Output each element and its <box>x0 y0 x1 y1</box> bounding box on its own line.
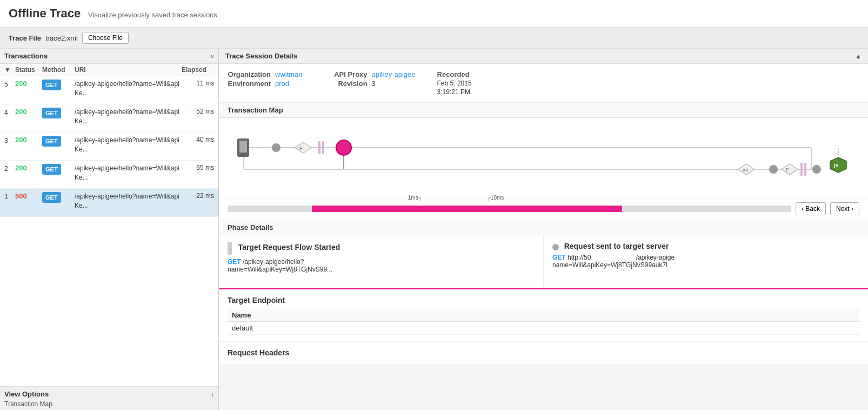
choose-file-button[interactable]: Choose File <box>82 32 129 44</box>
phase-card-2: Request sent to target server GET http:/… <box>544 235 868 288</box>
svg-text:AX: AX <box>743 168 749 173</box>
env-label: Environment <box>228 80 271 88</box>
svg-text:js: js <box>833 162 839 168</box>
view-options-collapse-button[interactable]: ↓ <box>211 390 214 398</box>
status-badge: 500 <box>15 192 42 200</box>
row-number: 5 <box>4 80 15 88</box>
transaction-map-canvas: F AX F <box>219 118 868 199</box>
phase-details-header: Phase Details <box>219 220 868 235</box>
status-badge: 200 <box>15 164 42 172</box>
timeline-container: 1ms┐ ┌10ms ‹ Back Next › <box>219 199 868 220</box>
timeline-active-segment <box>312 206 622 212</box>
uri-text: /apikey-apigee/hello?name=Will&apiKe... <box>75 136 182 154</box>
timeline-bar: 1ms┐ ┌10ms <box>228 202 791 215</box>
target-endpoint-section: Target Endpoint Name default <box>219 289 868 342</box>
rev-label: Revision <box>324 80 368 88</box>
flow-bar-1 <box>318 141 321 154</box>
status-badge: 200 <box>15 108 42 116</box>
endpoint-row: default <box>228 322 859 335</box>
flow-filter-1 <box>295 142 311 153</box>
flow-selected-node[interactable] <box>336 140 351 155</box>
phase-server-dot <box>552 244 559 250</box>
trace-session-label: Trace Session Details <box>225 52 298 60</box>
flow-filter-2 <box>782 164 798 175</box>
svg-rect-7 <box>322 141 324 154</box>
flow-dot-1 <box>272 143 281 152</box>
proxy-rev-group: API Proxy apikey-apigee Revision 3 <box>324 70 416 96</box>
table-row[interactable]: 2 200 GET /apikey-apigee/hello?name=Will… <box>0 161 218 189</box>
endpoint-table: Name default <box>228 309 859 335</box>
env-value: prod <box>275 80 289 88</box>
method-badge: GET <box>42 80 75 90</box>
session-collapse-button[interactable]: ▲ <box>855 52 862 60</box>
flow-dot-2 <box>769 165 778 174</box>
table-row[interactable]: 4 200 GET /apikey-apigee/hello?name=Will… <box>0 104 218 133</box>
svg-text:F: F <box>786 167 789 173</box>
svg-rect-11 <box>804 163 806 176</box>
org-env-group: Organization wwitman Environment prod <box>228 70 303 96</box>
status-badge: 200 <box>15 136 42 144</box>
timeline-label-10ms: ┌10ms <box>487 195 504 201</box>
elapsed-text: 11 ms <box>182 80 214 87</box>
recorded-date: Feb 5, 2015 <box>437 80 472 87</box>
row-number: 2 <box>4 164 15 173</box>
svg-rect-4 <box>239 141 247 153</box>
right-scroll-area: Phase Details Target Request Flow Starte… <box>219 220 868 410</box>
org-row: Organization wwitman <box>228 70 303 78</box>
uri-text: /apikey-apigee/hello?name=Will&apiKe... <box>75 164 182 182</box>
uri-text: /apikey-apigee/hello?name=Will&apiKe... <box>75 192 182 210</box>
method-badge: GET <box>42 136 75 147</box>
method-badge: GET <box>42 108 75 118</box>
phase-card-2-title: Request sent to target server <box>564 242 669 250</box>
recorded-time: 3:19:21 PM <box>437 88 472 96</box>
transaction-list: 5 200 GET /apikey-apigee/hello?name=Will… <box>0 76 218 386</box>
page-header: Offline Trace Visualize previously saved… <box>0 0 868 28</box>
transactions-collapse-button[interactable]: « <box>210 52 214 60</box>
row-number: 4 <box>4 108 15 116</box>
phase-card-1-url: GET /apikey-apigee/hello? name=Will&apiK… <box>228 258 535 273</box>
target-endpoint-header: Target Endpoint <box>228 296 859 305</box>
table-row[interactable]: 5 200 GET /apikey-apigee/hello?name=Will… <box>0 76 218 104</box>
col-sort-icon: ▼ <box>4 66 15 74</box>
page-title: Offline Trace <box>9 6 81 20</box>
col-method: Method <box>42 66 75 74</box>
phase-card-2-method: GET <box>552 254 566 261</box>
phase-card-1-params: name=Will&apiKey=Wj8TGjNvS99... <box>228 266 332 273</box>
left-panel: Transactions « ▼ Status Method URI Elaps… <box>0 49 219 410</box>
flow-dot-3 <box>812 165 821 174</box>
method-badge: GET <box>42 192 75 203</box>
trace-filename: trace2.xml <box>45 34 78 42</box>
endpoint-name-value <box>717 322 859 335</box>
org-value: wwitman <box>275 70 303 78</box>
col-status: Status <box>15 66 42 74</box>
endpoint-name-label: default <box>228 322 717 335</box>
svg-text:F: F <box>299 146 303 151</box>
view-options: View Options ↓ Transaction Map <box>0 386 218 410</box>
recorded-group: Recorded Feb 5, 2015 3:19:21 PM <box>437 70 472 96</box>
trace-file-bar: Trace File trace2.xml Choose File <box>0 28 868 49</box>
elapsed-text: 65 ms <box>182 164 214 171</box>
table-row[interactable]: 3 200 GET /apikey-apigee/hello?name=Will… <box>0 133 218 161</box>
session-info: Organization wwitman Environment prod AP… <box>219 64 868 103</box>
trace-session-header: Trace Session Details ▲ <box>219 49 868 64</box>
request-headers-section: Request Headers <box>219 342 868 363</box>
phase-details-content: Target Request Flow Started GET /apikey-… <box>219 235 868 289</box>
transactions-header: Transactions « <box>0 49 218 64</box>
env-row: Environment prod <box>228 80 303 88</box>
page-subtitle: Visualize previously saved trace session… <box>88 11 219 19</box>
phase-card-1-method: GET <box>228 258 241 266</box>
back-button[interactable]: ‹ Back <box>796 202 826 215</box>
uri-text: /apikey-apigee/hello?name=Will&apiKe... <box>75 80 182 98</box>
endpoint-name-col: Name <box>228 309 717 322</box>
phase-card-1-path: /apikey-apigee/hello? <box>243 258 304 266</box>
svg-point-5 <box>242 153 244 155</box>
table-row[interactable]: 1 500 GET /apikey-apigee/hello?name=Will… <box>0 189 218 217</box>
next-button[interactable]: Next › <box>830 202 859 215</box>
phase-card-2-url: GET http://50.____________/apikey-apige … <box>552 254 859 269</box>
main-layout: Transactions « ▼ Status Method URI Elaps… <box>0 49 868 410</box>
rev-row: Revision 3 <box>324 80 416 88</box>
elapsed-text: 52 ms <box>182 108 214 115</box>
rev-value: 3 <box>372 80 376 88</box>
elapsed-text: 22 ms <box>182 192 214 200</box>
row-number: 3 <box>4 136 15 144</box>
